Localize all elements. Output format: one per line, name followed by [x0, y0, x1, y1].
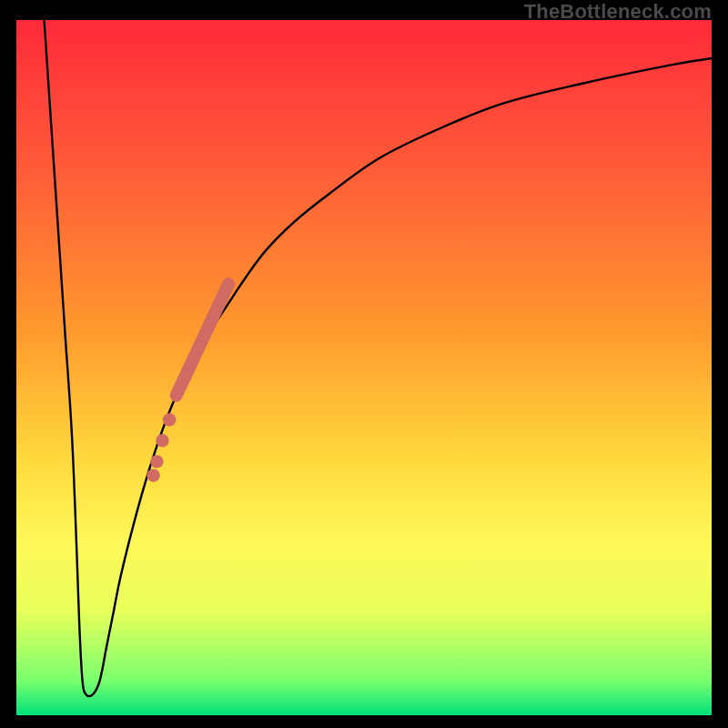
marker-dot — [147, 469, 160, 482]
curve-line — [45, 20, 712, 696]
marker-dot — [163, 413, 177, 427]
marker-dot — [156, 434, 169, 448]
watermark-text: TheBottleneck.com — [524, 0, 712, 24]
chart-frame: TheBottleneck.com — [0, 0, 728, 728]
bottleneck-curve-path — [45, 20, 712, 696]
bottleneck-chart-svg — [16, 20, 712, 715]
marker-dot — [150, 455, 164, 469]
plot-area — [16, 20, 712, 715]
marker-thick-segment — [177, 284, 228, 395]
marker-overlay — [147, 284, 228, 481]
